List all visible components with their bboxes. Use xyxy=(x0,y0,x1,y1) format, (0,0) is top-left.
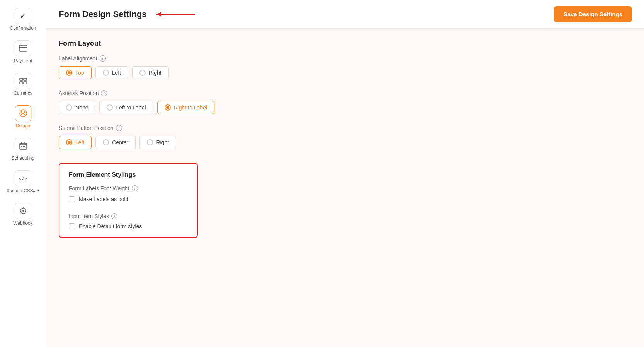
asterisk-position-info-icon[interactable]: i xyxy=(101,90,107,96)
svg-rect-3 xyxy=(24,78,27,80)
main-content: Form Design Settings Save Design Setting… xyxy=(46,0,644,347)
label-alignment-label: Label Alignment i xyxy=(59,55,632,62)
svg-rect-16 xyxy=(21,146,22,147)
submit-center[interactable]: Center xyxy=(95,136,136,149)
label-alignment-options: Top Left Right xyxy=(59,66,632,79)
svg-rect-0 xyxy=(19,45,27,51)
svg-point-8 xyxy=(24,111,25,113)
form-settings-content: Form Layout Label Alignment i Top Left xyxy=(46,29,644,347)
make-labels-bold-checkbox[interactable]: Make Labels as bold xyxy=(69,196,188,202)
svg-rect-5 xyxy=(24,82,27,84)
radio-circle xyxy=(66,70,72,76)
sidebar-item-label: Custom CSS/JS xyxy=(6,188,40,193)
submit-left[interactable]: Left xyxy=(59,136,92,149)
sidebar-item-label: Confirmation xyxy=(10,26,36,31)
svg-point-11 xyxy=(22,113,24,114)
radio-circle xyxy=(147,139,153,145)
font-weight-label: Form Labels Font Weight i xyxy=(69,185,188,191)
asterisk-left-to-label[interactable]: Left to Label xyxy=(99,101,153,114)
sidebar-item-webhook[interactable]: Webhook xyxy=(0,199,46,230)
payment-icon xyxy=(15,40,31,56)
form-element-stylings-title: Form Element Stylings xyxy=(69,171,188,178)
svg-rect-2 xyxy=(20,78,23,80)
radio-circle xyxy=(103,70,109,76)
radio-dot xyxy=(68,141,71,144)
form-element-stylings-box: Form Element Stylings Form Labels Font W… xyxy=(59,163,198,238)
sidebar-item-scheduling[interactable]: Scheduling xyxy=(0,134,46,165)
svg-rect-4 xyxy=(20,82,23,84)
svg-point-9 xyxy=(21,114,22,115)
confirmation-icon: ✓ xyxy=(15,8,31,24)
svg-rect-18 xyxy=(24,146,25,147)
input-item-styles-section: Input Item Styles i Enable Default form … xyxy=(69,213,188,229)
label-alignment-group: Label Alignment i Top Left Right xyxy=(59,55,632,79)
arrow-indicator xyxy=(153,10,199,19)
design-icon xyxy=(15,105,31,121)
input-item-styles-info-icon[interactable]: i xyxy=(111,213,117,219)
svg-rect-1 xyxy=(19,47,27,48)
svg-marker-23 xyxy=(156,12,161,17)
svg-point-10 xyxy=(24,114,25,115)
radio-circle xyxy=(103,139,109,145)
sidebar-item-label: Currency xyxy=(14,91,32,96)
asterisk-position-options: None Left to Label Right to Label xyxy=(59,101,632,114)
svg-rect-17 xyxy=(23,146,24,147)
submit-right[interactable]: Right xyxy=(139,136,176,149)
svg-point-7 xyxy=(21,111,22,113)
asterisk-position-group: Asterisk Position i None Left to Label R… xyxy=(59,90,632,114)
header-left: Form Design Settings xyxy=(59,9,199,19)
sidebar-item-label: Payment xyxy=(14,58,32,63)
submit-button-position-group: Submit Button Position i Left Center Rig… xyxy=(59,125,632,149)
radio-circle xyxy=(139,70,146,76)
currency-icon xyxy=(15,73,31,89)
svg-point-19 xyxy=(22,210,24,212)
checkbox-box xyxy=(69,223,75,229)
sidebar: ✓ Confirmation Payment Currency xyxy=(0,0,46,347)
page-header: Form Design Settings Save Design Setting… xyxy=(46,0,644,29)
sidebar-item-label: Scheduling xyxy=(12,156,34,161)
label-alignment-right[interactable]: Right xyxy=(132,66,169,79)
radio-circle xyxy=(66,104,72,111)
sidebar-item-payment[interactable]: Payment xyxy=(0,36,46,67)
radio-dot xyxy=(166,106,169,109)
submit-button-position-label: Submit Button Position i xyxy=(59,125,632,131)
radio-circle xyxy=(165,104,171,111)
sidebar-item-label: Webhook xyxy=(13,221,32,226)
page-title: Form Design Settings xyxy=(59,9,146,19)
scheduling-icon xyxy=(15,138,31,154)
font-weight-group: Form Labels Font Weight i Make Labels as… xyxy=(69,185,188,202)
custom-css-icon: </> xyxy=(15,170,31,186)
label-alignment-top[interactable]: Top xyxy=(59,66,92,79)
asterisk-position-label: Asterisk Position i xyxy=(59,90,632,96)
checkbox-box xyxy=(69,196,75,202)
label-alignment-info-icon[interactable]: i xyxy=(100,55,106,62)
sidebar-item-label: Design xyxy=(16,123,30,128)
font-weight-info-icon[interactable]: i xyxy=(132,185,138,191)
webhook-icon xyxy=(15,203,31,219)
save-design-button[interactable]: Save Design Settings xyxy=(554,6,632,22)
form-layout-title: Form Layout xyxy=(59,39,632,48)
sidebar-item-currency[interactable]: Currency xyxy=(0,69,46,100)
radio-circle xyxy=(107,104,113,111)
sidebar-item-confirmation[interactable]: ✓ Confirmation xyxy=(0,4,46,35)
enable-default-styles-checkbox[interactable]: Enable Default form styles xyxy=(69,223,188,229)
submit-button-info-icon[interactable]: i xyxy=(116,125,122,131)
label-alignment-left[interactable]: Left xyxy=(95,66,128,79)
submit-button-position-options: Left Center Right xyxy=(59,136,632,149)
sidebar-item-custom-css[interactable]: </> Custom CSS/JS xyxy=(0,166,46,197)
radio-circle xyxy=(66,139,72,145)
asterisk-right-to-label[interactable]: Right to Label xyxy=(157,101,214,114)
asterisk-none[interactable]: None xyxy=(59,101,95,114)
radio-dot xyxy=(68,71,71,74)
input-item-styles-label: Input Item Styles i xyxy=(69,213,188,219)
sidebar-item-design[interactable]: Design xyxy=(0,101,46,132)
